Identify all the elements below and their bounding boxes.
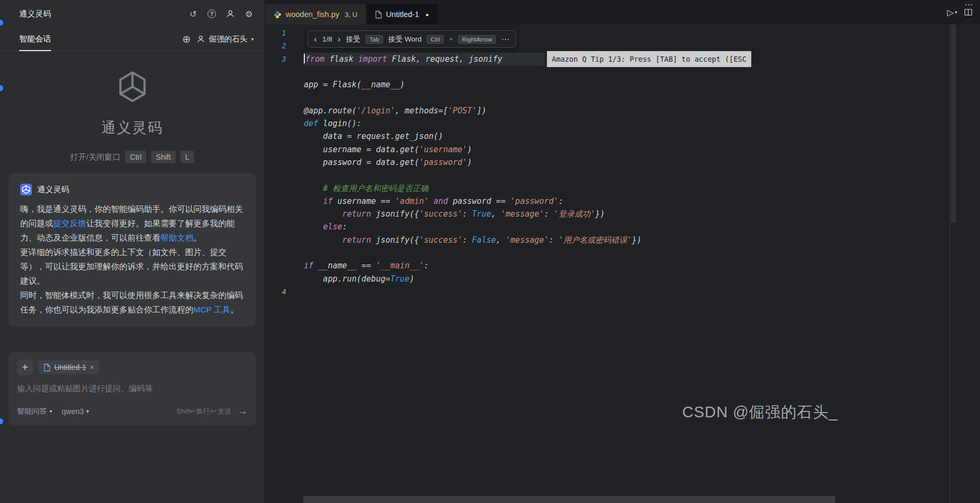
intro-text: 。: [230, 305, 239, 314]
mode-dropdown[interactable]: 智能问答▾: [17, 407, 52, 416]
code-line: [265, 169, 980, 182]
code-token: password = data.get(: [304, 158, 419, 167]
code-token: ,: [496, 235, 505, 245]
help-docs-link[interactable]: 帮助文档: [161, 233, 194, 242]
code-line: def login():: [265, 117, 980, 130]
send-button[interactable]: →: [238, 406, 247, 417]
csdn-watermark: CSDN @倔强的石头_: [682, 402, 838, 423]
key-shift: Shift: [151, 151, 176, 163]
vertical-scrollbar[interactable]: [951, 24, 956, 222]
key-ctrl: Ctrl: [427, 35, 444, 44]
intro-card-title: 通义灵码: [37, 182, 69, 196]
code-line: 3from flask import Flask, request, jsoni…: [265, 53, 980, 65]
intro-card-header: 通义灵码: [20, 182, 244, 196]
key-l: L: [180, 151, 194, 163]
code-line: app.run(debug=True): [265, 273, 980, 285]
code-token: else: [323, 222, 342, 232]
new-session-icon[interactable]: ⊕: [182, 34, 191, 44]
context-file-chip[interactable]: Untitled-1 ×: [38, 360, 99, 374]
unsaved-dot-icon[interactable]: ●: [426, 12, 429, 18]
code-line: [265, 65, 980, 78]
code-token: }): [595, 209, 605, 219]
code-token: '/login': [356, 106, 395, 116]
code-token: '登录成功': [554, 209, 595, 219]
line-content: if username == 'admin' and password == '…: [304, 195, 563, 208]
code-token: , methods=[: [395, 106, 448, 116]
code-line: return jsonify({'success': True, 'messag…: [265, 208, 980, 220]
code-token: [429, 196, 434, 206]
code-token: 'admin': [395, 196, 429, 206]
send-hint: Shift↵换行/↵发送: [177, 407, 231, 416]
line-content: return jsonify({'success': True, 'messag…: [304, 208, 605, 220]
model-dropdown[interactable]: qwen3▾: [62, 407, 89, 416]
line-content: @app.route('/login', methods=['POST']): [304, 104, 486, 117]
file-icon: [375, 11, 382, 19]
key-plus-sep: +: [449, 36, 453, 43]
code-token: 'username': [419, 145, 467, 154]
suggestion-counter: 1/8: [322, 35, 333, 43]
code-token: return: [342, 235, 371, 245]
help-icon[interactable]: ?: [207, 9, 217, 19]
chat-input[interactable]: 输入问题或粘贴图片进行提问、编码等: [17, 384, 247, 394]
close-icon[interactable]: ×: [90, 363, 94, 372]
code-line: [265, 91, 980, 104]
run-button[interactable]: ▷ ▾: [947, 7, 957, 18]
chevron-down-icon: ▾: [49, 408, 52, 414]
accept-word-button[interactable]: 接受 Word: [388, 35, 422, 44]
line-number: 4: [265, 285, 286, 298]
user-name: 倔强的石头: [209, 34, 247, 44]
prev-suggestion-icon[interactable]: ‹: [314, 35, 317, 44]
accept-button[interactable]: 接受: [346, 35, 360, 44]
code-line: if username == 'admin' and password == '…: [265, 195, 980, 208]
editor-actions: ▷ ▾: [947, 7, 980, 18]
code-token: username = data.get(: [304, 145, 419, 154]
tab-problem-badge: 3, U: [345, 11, 358, 19]
suggestion-more-icon[interactable]: ⋯: [501, 35, 510, 44]
mcp-tools-link[interactable]: MCP 工具: [194, 305, 230, 314]
intro-paragraph-1: 嗨，我是通义灵码，你的智能编码助手。你可以问我编码相关的问题或提交反馈让我变得更…: [20, 202, 244, 245]
code-token: username ==: [333, 196, 395, 206]
tab-label: wooden_fish.py: [286, 10, 339, 19]
code-token: True: [391, 274, 410, 284]
code-token: return: [342, 209, 371, 219]
history-icon[interactable]: ↺: [188, 9, 198, 19]
code-token: ,: [491, 209, 501, 219]
horizontal-scrollbar[interactable]: [303, 496, 835, 503]
user-account-chip[interactable]: 倔强的石头 ▾: [197, 34, 254, 44]
line-number: 1: [265, 27, 286, 39]
code-lines: 123from flask import Flask, request, jso…: [265, 27, 980, 298]
code-token: ): [410, 274, 414, 284]
settings-gear-icon[interactable]: ⚙: [244, 9, 254, 19]
intro-text: 。: [194, 233, 202, 242]
code-token: '__main__': [376, 261, 423, 270]
code-editor[interactable]: 123from flask import Flask, request, jso…: [265, 24, 980, 503]
code-token: Flask, request, jsonify: [387, 54, 503, 64]
account-icon[interactable]: [226, 9, 235, 19]
tab-untitled-1[interactable]: Untitled-1 ●: [367, 4, 438, 24]
feedback-link[interactable]: 提交反馈: [53, 219, 86, 228]
input-footer: 智能问答▾ qwen3▾ Shift↵换行/↵发送 →: [17, 406, 247, 417]
next-suggestion-icon[interactable]: ›: [337, 35, 340, 44]
code-token: if: [323, 196, 333, 206]
chevron-down-icon: ▾: [251, 36, 254, 42]
line-content: app = Flask(__name__): [304, 78, 405, 91]
code-token: [304, 222, 323, 232]
ai-assistant-sidebar: 通义灵码 ↺ ? ⚙ 智能会话 ⊕ 倔强的石头 ▾ 通义灵码 打开/关闭窗: [0, 0, 265, 503]
intro-paragraph-3: 同时，智能体模式时，我可以使用很多工具来解决复杂的编码任务，你也可以为我添加更多…: [20, 288, 244, 317]
code-token: [304, 209, 342, 219]
add-context-button[interactable]: +: [17, 359, 33, 375]
more-actions-icon[interactable]: ⋯: [965, 0, 974, 10]
tab-wooden-fish[interactable]: wooden_fish.py 3, U: [265, 4, 367, 24]
amazon-q-tip: Amazon Q Tip 1/3: Press [TAB] to accept …: [547, 51, 751, 67]
code-line: @app.route('/login', methods=['POST']): [265, 104, 980, 117]
tab-smart-session[interactable]: 智能会话: [19, 28, 51, 51]
chevron-down-icon: ▾: [86, 408, 89, 414]
hero-title: 通义灵码: [0, 118, 264, 137]
code-token: from: [305, 54, 325, 64]
toggle-shortcut-hint: 打开/关闭窗口 Ctrl Shift L: [0, 151, 264, 163]
shortcut-label: 打开/关闭窗口: [70, 152, 120, 162]
code-token: ]): [477, 106, 486, 116]
line-content: return jsonify({'success': False, 'messa…: [304, 234, 642, 246]
tab-label: Untitled-1: [386, 10, 419, 19]
chevron-down-icon: ▾: [954, 10, 957, 15]
